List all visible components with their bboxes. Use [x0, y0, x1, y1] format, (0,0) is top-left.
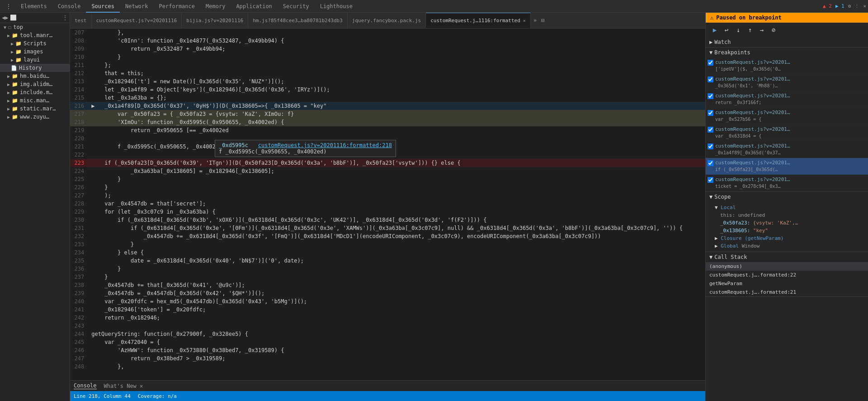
- scope-closure-header[interactable]: ▶ Closure (getNewParam): [713, 234, 861, 242]
- tree-item-www[interactable]: ▶ 📁 www.zuyu…: [0, 113, 70, 121]
- breakpoint-item[interactable]: customRequest.js?v=20201…ticket = _0x278…: [706, 175, 868, 191]
- breakpoint-checkbox[interactable]: [708, 76, 713, 82]
- line-number[interactable]: 212: [70, 69, 90, 77]
- line-number[interactable]: 225: [70, 175, 90, 183]
- filetab-action-icon[interactable]: ⊟: [539, 17, 546, 24]
- tab-sources[interactable]: Sources: [86, 0, 120, 13]
- breakpoint-checkbox[interactable]: [708, 60, 713, 66]
- line-number[interactable]: 248: [70, 363, 90, 371]
- filetab-formatted[interactable]: customRequest.j…1116:formatted ✕: [426, 13, 531, 29]
- scope-header[interactable]: ▼ Scope: [706, 192, 868, 202]
- tree-item-hm[interactable]: ▶ 📁 hm.baidu…: [0, 72, 70, 80]
- line-number[interactable]: 234: [70, 248, 90, 257]
- line-number[interactable]: 244: [70, 330, 90, 338]
- line-number[interactable]: 240: [70, 297, 90, 306]
- scope-var2[interactable]: _0x138605: "key": [713, 227, 861, 234]
- filetab-overflow-icon[interactable]: »: [531, 17, 539, 24]
- breakpoint-item[interactable]: customRequest.js?v=20201…var _0x527b56 =…: [706, 108, 868, 124]
- line-number[interactable]: 228: [70, 200, 90, 208]
- close-icon[interactable]: ✕: [863, 3, 866, 9]
- line-number[interactable]: 242: [70, 314, 90, 322]
- tab-elements[interactable]: Elements: [15, 0, 52, 13]
- step-button[interactable]: →: [756, 24, 767, 35]
- filetab-customrequest[interactable]: customRequest.js?v=20201116: [92, 13, 182, 29]
- breakpoint-item[interactable]: customRequest.js?v=20201…if (_0x50fa23[_…: [706, 158, 868, 175]
- tree-item-images[interactable]: ▶ 📁 images: [0, 48, 70, 56]
- more-icon[interactable]: ⋮: [854, 3, 859, 9]
- line-number[interactable]: 221: [70, 143, 90, 151]
- callstack-item[interactable]: customRequest.j….formatted:22: [706, 271, 868, 279]
- step-into-button[interactable]: ↓: [733, 24, 744, 35]
- callstack-header[interactable]: ▼ Call Stack: [706, 252, 868, 262]
- breakpoints-header[interactable]: ▼ Breakpoints: [706, 48, 868, 57]
- line-number[interactable]: 207: [70, 29, 90, 37]
- tree-item-misc[interactable]: ▶ 📁 misc.man…: [0, 96, 70, 105]
- line-number[interactable]: 237: [70, 273, 90, 281]
- breakpoint-item[interactable]: customRequest.js?v=20201…_0x1a4f89[_0x36…: [706, 141, 868, 158]
- breakpoint-checkbox[interactable]: [708, 110, 713, 116]
- filetab-fancybox[interactable]: jquery.fancybox.pack.js: [348, 13, 426, 29]
- sidebar-nav-icon[interactable]: ◀▶: [2, 14, 8, 21]
- tree-item-scripts[interactable]: ▶ 📁 Scripts: [0, 39, 70, 48]
- line-number[interactable]: 213: [70, 77, 90, 86]
- line-number[interactable]: 218: [70, 118, 90, 126]
- line-number[interactable]: 216: [70, 102, 90, 110]
- tree-item-top[interactable]: ▼ ☐ top: [0, 23, 70, 31]
- line-number[interactable]: 223: [70, 159, 90, 167]
- line-number[interactable]: 220: [70, 134, 90, 143]
- line-number[interactable]: 229: [70, 208, 90, 216]
- sidebar-new-icon[interactable]: ⬜: [10, 14, 17, 21]
- callstack-item[interactable]: getNewParam: [706, 279, 868, 288]
- line-number[interactable]: 219: [70, 126, 90, 134]
- breakpoint-checkbox[interactable]: [708, 93, 713, 99]
- filetab-test[interactable]: test: [70, 13, 92, 29]
- line-number[interactable]: 215: [70, 94, 90, 102]
- info-badge[interactable]: ▶ 1: [835, 3, 844, 9]
- line-number[interactable]: 214: [70, 86, 90, 94]
- line-number[interactable]: 222: [70, 151, 90, 159]
- whatsnew-tab[interactable]: What's New ✕: [104, 383, 143, 389]
- tree-item-history[interactable]: 📄 History: [0, 64, 70, 72]
- breakpoint-item[interactable]: customRequest.js?v=20201…_0x365d('0x1', …: [706, 74, 868, 91]
- breakpoint-checkbox[interactable]: [708, 160, 713, 166]
- line-number[interactable]: 247: [70, 354, 90, 363]
- tab-memory[interactable]: Memory: [200, 0, 231, 13]
- code-editor[interactable]: 207 },208 'c0Inn': function _0x1e4877(_0…: [70, 29, 705, 380]
- line-number[interactable]: 210: [70, 53, 90, 61]
- tree-item-include[interactable]: ▶ 📁 include.m…: [0, 88, 70, 96]
- tree-item-static[interactable]: ▶ 📁 static.mar…: [0, 105, 70, 113]
- watch-header[interactable]: ▶ Watch: [706, 37, 868, 47]
- line-number[interactable]: 208: [70, 37, 90, 45]
- line-number[interactable]: 243: [70, 322, 90, 330]
- scope-var1[interactable]: _0x50fa23: {vsytw: 'KaZ',…: [713, 219, 861, 227]
- resume-button[interactable]: ▶: [709, 24, 720, 35]
- tab-console[interactable]: Console: [52, 0, 86, 13]
- deactivate-breakpoints-button[interactable]: ⊘: [768, 24, 779, 35]
- line-number[interactable]: 224: [70, 167, 90, 175]
- line-number[interactable]: 235: [70, 257, 90, 265]
- line-number[interactable]: 245: [70, 338, 90, 346]
- step-out-button[interactable]: ↑: [745, 24, 755, 35]
- tab-security[interactable]: Security: [278, 0, 315, 13]
- line-number[interactable]: 217: [70, 110, 90, 118]
- line-number[interactable]: 209: [70, 45, 90, 53]
- line-number[interactable]: 231: [70, 224, 90, 232]
- breakpoint-item[interactable]: customRequest.js?v=20201…['ipeUV']($, _0…: [706, 57, 868, 74]
- line-number[interactable]: 211: [70, 61, 90, 69]
- breakpoint-item[interactable]: customRequest.js?v=20201…return _0x3f166…: [706, 91, 868, 108]
- filetab-close-icon[interactable]: ✕: [523, 18, 526, 23]
- breakpoint-checkbox[interactable]: [708, 127, 713, 133]
- tree-item-tool[interactable]: ▶ 📁 tool.manr…: [0, 31, 70, 39]
- line-number[interactable]: 246: [70, 346, 90, 354]
- error-badge[interactable]: ▲ 2: [823, 3, 832, 9]
- callstack-item[interactable]: customRequest.j….formatted:21: [706, 288, 868, 296]
- sidebar-more-icon[interactable]: ⋮: [62, 14, 68, 21]
- tab-network[interactable]: Network: [120, 0, 154, 13]
- callstack-item[interactable]: (anonymous): [706, 262, 868, 271]
- breakpoint-checkbox[interactable]: [708, 143, 713, 149]
- tree-item-img[interactable]: ▶ 📁 img.alidm…: [0, 80, 70, 88]
- tab-application[interactable]: Application: [231, 0, 277, 13]
- breakpoint-item[interactable]: customRequest.js?v=20201…var _0x6318d4 =…: [706, 124, 868, 141]
- line-number[interactable]: 238: [70, 281, 90, 289]
- line-number[interactable]: 230: [70, 216, 90, 224]
